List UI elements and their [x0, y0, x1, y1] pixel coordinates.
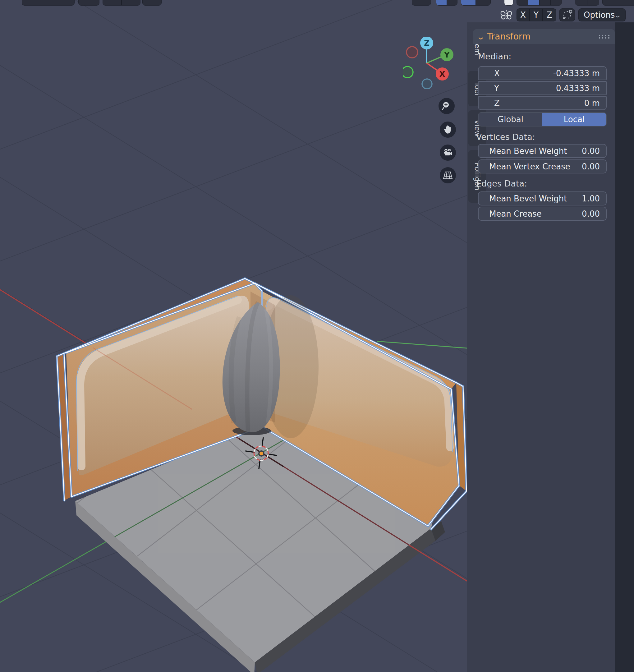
header-button-group[interactable]	[142, 0, 162, 6]
median-x-label: X	[484, 69, 500, 78]
mirror-z-button[interactable]: Z	[543, 9, 556, 21]
blender-3d-viewport: X Y Z Options ⌄	[0, 0, 634, 672]
median-z-label: Z	[484, 98, 500, 108]
header-button[interactable]	[504, 0, 513, 6]
snap-toggle-group[interactable]	[436, 0, 458, 6]
edges-data-heading: Edges Data:	[476, 179, 527, 188]
collapse-chevron-icon[interactable]: ⌄	[476, 32, 486, 41]
vertex-crease-label: Mean Vertex Crease	[484, 162, 570, 171]
median-x-value: -0.43333 m	[553, 69, 600, 78]
edge-crease-label: Mean Crease	[484, 209, 542, 218]
options-dropdown[interactable]: Options ⌄	[579, 9, 625, 21]
camera-view-button[interactable]	[440, 145, 456, 161]
orientation-toggle: Global Local	[478, 112, 607, 126]
pan-hand-button[interactable]	[440, 122, 456, 138]
median-y-label: Y	[484, 83, 499, 93]
edge-crease-field[interactable]: Mean Crease 0.00	[478, 207, 607, 221]
gizmo-pos-y[interactable]: Y	[440, 48, 454, 61]
header-button[interactable]	[602, 0, 634, 6]
median-y-value: 0.43333 m	[556, 83, 600, 93]
global-button[interactable]: Global	[479, 113, 542, 126]
header-button-group[interactable]	[102, 0, 141, 6]
mirror-y-button[interactable]: Y	[530, 9, 543, 21]
gizmo-neg-z[interactable]	[422, 79, 432, 89]
vertex-bevel-weight-label: Mean Bevel Weight	[484, 146, 567, 156]
gizmo-neg-x[interactable]	[407, 47, 418, 58]
proportional-editing-button[interactable]	[560, 9, 575, 21]
edge-bevel-weight-field[interactable]: Mean Bevel Weight 1.00	[478, 191, 607, 206]
vertices-data-heading: Vertices Data:	[476, 132, 535, 142]
edge-crease-value: 0.00	[582, 209, 600, 218]
grid-toggle-button[interactable]	[440, 167, 456, 184]
sidebar-region: Item Tool View Poliigon ⌄ Transform Medi…	[467, 22, 634, 672]
gizmo-pos-z[interactable]: Z	[420, 37, 433, 49]
edge-bevel-weight-label: Mean Bevel Weight	[484, 194, 567, 203]
mirror-axis-buttons: X Y Z	[517, 9, 556, 21]
chevron-down-icon: ⌄	[613, 11, 622, 19]
viewport-canvas[interactable]	[0, 0, 467, 672]
shading-mode-group[interactable]	[516, 0, 562, 6]
header-button[interactable]	[22, 0, 75, 6]
median-z-field[interactable]: Z 0 m	[478, 96, 607, 110]
options-label: Options	[584, 10, 615, 20]
edge-bevel-weight-value: 1.00	[582, 194, 600, 203]
header-button-group[interactable]	[461, 0, 491, 6]
sidebar-tab-gutter	[615, 22, 634, 672]
mirror-x-button[interactable]: X	[517, 9, 530, 21]
vertex-crease-field[interactable]: Mean Vertex Crease 0.00	[478, 160, 607, 173]
median-heading: Median:	[478, 52, 511, 61]
median-y-field[interactable]: Y 0.43333 m	[478, 81, 607, 95]
gizmo-pos-x[interactable]: X	[436, 68, 449, 80]
local-button[interactable]: Local	[542, 113, 606, 126]
svg-text:X: X	[439, 70, 445, 79]
median-z-value: 0 m	[584, 98, 600, 108]
header-button[interactable]	[412, 0, 431, 6]
svg-text:Z: Z	[424, 39, 429, 48]
zoom-button[interactable]	[439, 98, 455, 114]
vertex-crease-value: 0.00	[582, 162, 600, 171]
gizmo-neg-y[interactable]	[403, 67, 413, 78]
transform-panel-header[interactable]: ⌄ Transform	[473, 29, 615, 44]
vertex-bevel-weight-field[interactable]: Mean Bevel Weight 0.00	[478, 144, 607, 158]
median-x-field[interactable]: X -0.43333 m	[478, 66, 607, 80]
panel-drag-handle-icon[interactable]	[598, 34, 610, 39]
svg-text:Y: Y	[444, 51, 450, 59]
header-button-group[interactable]	[575, 0, 599, 6]
viewport-header: X Y Z Options ⌄	[0, 9, 634, 21]
mirror-icon[interactable]	[499, 9, 513, 21]
navigation-gizmo[interactable]: Z Y X	[403, 37, 456, 89]
header-button[interactable]	[78, 0, 99, 6]
object-origin-dot	[259, 451, 264, 456]
vertex-bevel-weight-value: 0.00	[582, 146, 600, 156]
panel-title: Transform	[487, 31, 531, 42]
